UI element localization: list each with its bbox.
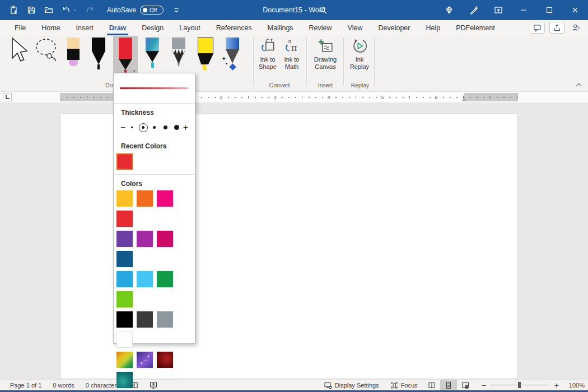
color-swatch-red[interactable] xyxy=(116,211,133,227)
color-swatch-green[interactable] xyxy=(157,271,173,287)
color-swatch-raspberry[interactable] xyxy=(157,231,173,247)
color-swatch-ocean-teal[interactable] xyxy=(116,372,133,388)
tab-mailings[interactable]: Mailings xyxy=(260,20,301,35)
ink-to-shape-button[interactable]: Ink to Shape xyxy=(255,38,280,71)
yellow-highlighter-tool[interactable] xyxy=(194,36,217,73)
thickness-decrease-button[interactable]: − xyxy=(120,123,125,132)
tab-draw[interactable]: Draw xyxy=(101,20,134,35)
user-presence-icon[interactable] xyxy=(569,22,582,34)
color-swatch-lime[interactable] xyxy=(116,291,133,307)
color-swatch-gray[interactable] xyxy=(157,311,173,328)
eraser-tool[interactable] xyxy=(64,36,83,73)
print-layout-button[interactable] xyxy=(440,380,457,390)
right-indent-marker[interactable] xyxy=(461,97,467,101)
thickness-option-4[interactable] xyxy=(161,123,170,132)
color-swatch-red[interactable] xyxy=(116,153,133,170)
tab-references[interactable]: References xyxy=(208,20,260,35)
zoom-level[interactable]: 100% xyxy=(563,382,585,389)
color-swatch-magenta[interactable] xyxy=(137,231,153,247)
color-swatch-dark-blue[interactable] xyxy=(116,251,133,267)
pen-options-chevron-icon[interactable]: ⌄ xyxy=(132,67,137,73)
tab-review[interactable]: Review xyxy=(301,20,340,35)
zoom-in-button[interactable]: + xyxy=(554,381,559,390)
tab-pdfelement[interactable]: PDFelement xyxy=(448,20,502,35)
tab-home[interactable]: Home xyxy=(34,20,68,35)
ruler-tick xyxy=(94,97,95,98)
ruler-tick xyxy=(322,97,323,98)
color-swatch-lava-red[interactable] xyxy=(157,352,173,368)
ink-to-math-icon: π π xyxy=(283,38,300,54)
thickness-increase-button[interactable]: + xyxy=(183,123,188,132)
color-swatch-orange[interactable] xyxy=(137,190,153,207)
tab-view[interactable]: View xyxy=(340,20,371,35)
color-swatch-blue[interactable] xyxy=(116,271,133,287)
color-swatch-light-blue[interactable] xyxy=(137,271,153,287)
minimize-button[interactable] xyxy=(511,0,536,20)
button-label: Shape xyxy=(259,63,277,71)
black-pen-tool[interactable] xyxy=(88,36,109,73)
color-swatch-white[interactable] xyxy=(116,332,133,348)
tab-developer[interactable]: Developer xyxy=(370,20,418,35)
svg-text:π: π xyxy=(291,43,297,53)
autosave-toggle[interactable]: Off xyxy=(140,6,164,15)
read-mode-button[interactable] xyxy=(423,380,440,390)
undo-icon[interactable] xyxy=(61,6,71,15)
save-icon[interactable] xyxy=(26,6,36,15)
ruler-tick xyxy=(295,97,296,98)
premium-diamond-icon[interactable] xyxy=(437,0,461,20)
galaxy-pen-tool[interactable] xyxy=(142,36,162,73)
color-swatch-dark-gray[interactable] xyxy=(137,311,153,328)
color-swatch-galaxy[interactable] xyxy=(137,352,153,368)
pencil-tool[interactable] xyxy=(169,36,189,73)
color-swatch-black[interactable] xyxy=(116,311,133,328)
ruler-tick xyxy=(396,97,397,98)
color-swatch-pink[interactable] xyxy=(157,190,173,207)
word-count[interactable]: 0 words xyxy=(47,382,80,389)
collapse-ribbon-icon[interactable] xyxy=(576,82,581,87)
select-tool[interactable] xyxy=(6,36,30,73)
display-settings-button[interactable]: Display Settings xyxy=(319,381,385,389)
search-icon[interactable] xyxy=(318,5,328,15)
paste-icon[interactable] xyxy=(9,6,18,15)
ink-to-math-button[interactable]: π π Ink to Math xyxy=(280,38,304,71)
ink-replay-button[interactable]: Ink Replay xyxy=(346,38,373,71)
page-indicator[interactable]: Page 1 of 1 xyxy=(4,382,47,389)
zoom-slider[interactable] xyxy=(491,385,550,385)
tab-help[interactable]: Help xyxy=(418,20,448,35)
tab-design[interactable]: Design xyxy=(134,20,171,35)
share-button[interactable] xyxy=(549,22,564,34)
ruler-tick xyxy=(201,97,202,98)
zoom-out-button[interactable]: − xyxy=(482,381,486,390)
web-layout-button[interactable] xyxy=(457,380,474,390)
color-swatch-rainbow[interactable] xyxy=(116,352,133,368)
tab-file[interactable]: File xyxy=(7,20,34,35)
undo-dropdown-icon[interactable] xyxy=(73,6,77,15)
ruler-tick xyxy=(208,97,209,98)
quick-access-more-icon[interactable] xyxy=(171,6,181,15)
open-icon[interactable] xyxy=(44,6,53,15)
tab-stop-selector[interactable] xyxy=(3,93,12,101)
drawing-canvas-button[interactable]: Drawing Canvas xyxy=(309,38,342,71)
thickness-option-3[interactable] xyxy=(150,123,159,132)
ruler-tick xyxy=(302,96,302,99)
thickness-option-1[interactable] xyxy=(127,123,137,132)
tab-layout[interactable]: Layout xyxy=(171,20,208,35)
close-button[interactable] xyxy=(562,0,588,20)
ribbon-display-options-icon[interactable] xyxy=(486,0,511,20)
ruler-tick xyxy=(497,97,498,98)
cursor-arrow-icon xyxy=(8,36,28,65)
red-pen-tool-selected[interactable]: ⌄ xyxy=(113,36,138,73)
color-swatch-purple[interactable] xyxy=(116,231,133,247)
editor-pen-icon[interactable] xyxy=(461,0,486,20)
color-swatch-yellow[interactable] xyxy=(116,190,133,207)
comments-button[interactable] xyxy=(530,22,545,34)
blue-sparkle-pen-tool[interactable]: ✦ ✦ xyxy=(221,36,244,73)
maximize-button[interactable] xyxy=(536,0,562,20)
zoom-slider-thumb[interactable] xyxy=(518,382,521,388)
ruler-tick xyxy=(255,97,256,98)
lasso-select-tool[interactable] xyxy=(32,36,60,73)
focus-button[interactable]: Focus xyxy=(385,381,423,389)
thickness-option-2-selected[interactable] xyxy=(138,123,148,132)
thickness-option-5[interactable] xyxy=(172,123,181,132)
tab-insert[interactable]: Insert xyxy=(68,20,101,35)
